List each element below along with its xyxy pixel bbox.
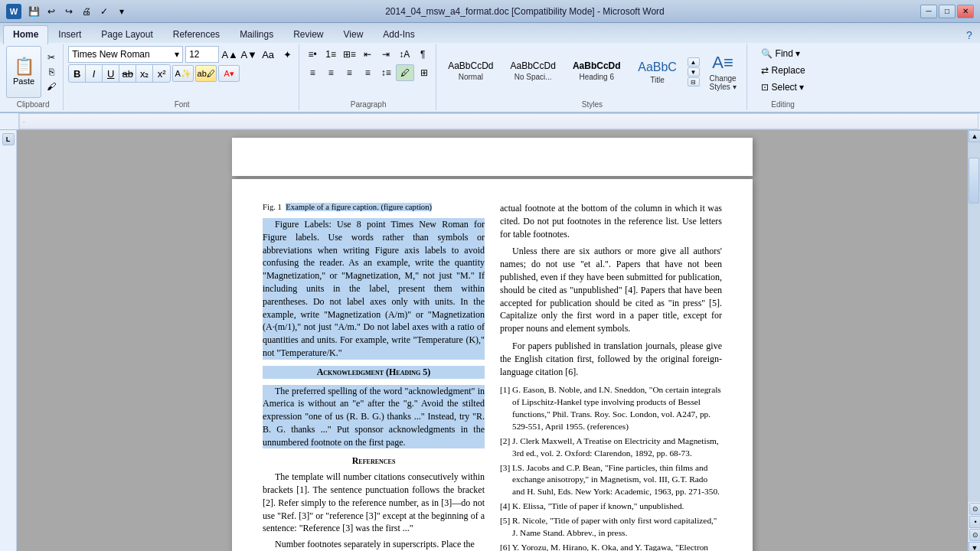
increase-font-button[interactable]: A▲: [221, 46, 238, 63]
clipboard-group-content: 📋 Paste ✂ ⎘ 🖌: [6, 46, 60, 98]
change-styles-button[interactable]: A≡ ChangeStyles ▾: [703, 49, 743, 95]
font-size-selector[interactable]: 12: [185, 46, 219, 63]
editing-group: 🔍 Find ▾ ⇄ Replace ⊡ Select ▾ Editing: [749, 44, 818, 110]
font-group: Times New Roman ▾ 12 A▲ A▼ Aa ✦ B I U: [65, 44, 299, 110]
strikethrough-button[interactable]: ab: [119, 65, 136, 82]
select-button[interactable]: ⊡ Select ▾: [756, 80, 811, 95]
maximize-button[interactable]: □: [939, 5, 956, 18]
references-intro: The template will number citations conse…: [263, 471, 485, 535]
superscript-button[interactable]: x²: [153, 65, 170, 82]
select-icon: ⊡: [761, 82, 769, 93]
close-button[interactable]: ✕: [957, 5, 974, 18]
select-browse-button[interactable]: •: [969, 516, 980, 528]
cut-button[interactable]: ✂: [43, 51, 60, 64]
justify-button[interactable]: ≡: [359, 64, 376, 81]
redo-button[interactable]: ↪: [61, 4, 77, 19]
bullets-button[interactable]: ≡•: [304, 46, 321, 63]
help-button[interactable]: ?: [962, 28, 977, 43]
align-center-button[interactable]: ≡: [322, 64, 339, 81]
minimize-button[interactable]: ─: [920, 5, 937, 18]
style-normal-label: Normal: [459, 73, 483, 81]
page-header-area: [232, 138, 753, 176]
save-button[interactable]: 💾: [26, 4, 41, 19]
style-no-spacing[interactable]: AaBbCcDd No Spaci...: [504, 57, 563, 88]
copy-button[interactable]: ⎘: [43, 65, 60, 79]
tab-page-layout[interactable]: Page Layout: [91, 25, 162, 43]
scroll-up-button[interactable]: ▲: [969, 130, 980, 142]
styles-gallery: AaBbCcDd Normal AaBbCcDd No Spaci... AaB…: [441, 46, 743, 98]
spellcheck-button[interactable]: ✓: [96, 4, 112, 19]
scroll-down-button[interactable]: ▼: [969, 542, 980, 551]
line-spacing-button[interactable]: ↕≡: [377, 64, 394, 81]
dropdown-button[interactable]: ▾: [114, 4, 129, 19]
tab-home[interactable]: Home: [3, 25, 48, 44]
window-controls: ─ □ ✕: [920, 5, 974, 18]
font-family-selector[interactable]: Times New Roman ▾: [68, 46, 183, 63]
style-gallery-items: AaBbCcDd Normal AaBbCcDd No Spaci... AaB…: [441, 57, 684, 88]
underline-button[interactable]: U: [103, 65, 119, 82]
style-scroll-down-button[interactable]: ▼: [688, 67, 700, 77]
font-color-button[interactable]: A▾: [218, 65, 240, 82]
decrease-font-button[interactable]: A▼: [240, 46, 257, 63]
decrease-indent-button[interactable]: ⇤: [359, 46, 376, 63]
replace-icon: ⇄: [761, 65, 769, 76]
document-area[interactable]: Fig. 1 Example of a figure caption. (fig…: [17, 130, 968, 551]
undo-button[interactable]: ↩: [44, 4, 59, 19]
tab-references[interactable]: References: [163, 25, 230, 43]
subscript-button[interactable]: x₂: [136, 65, 153, 82]
style-title-preview: AaBbC: [638, 60, 677, 74]
bold-button[interactable]: B: [69, 65, 86, 82]
numbering-button[interactable]: 1≡: [322, 46, 339, 63]
titlebar: W 💾 ↩ ↪ 🖨 ✓ ▾ 2014_04_msw_a4_format.doc …: [0, 0, 980, 23]
find-icon: 🔍: [761, 48, 773, 59]
tab-add-ins[interactable]: Add-Ins: [373, 25, 424, 43]
text-effects-button[interactable]: A✨: [172, 65, 194, 82]
browse-prev-button[interactable]: ⊙: [969, 503, 980, 515]
ref-5-text: R. Nicole, "Title of paper with only fir…: [512, 516, 717, 537]
style-scroll-buttons: ▲ ▼ ⊟: [688, 57, 700, 86]
format-painter-button[interactable]: 🖌: [43, 80, 60, 93]
ref-6: [6] Y. Yorozu, M. Hirano, K. Oka, and Y.…: [500, 542, 722, 551]
italic-button[interactable]: I: [86, 65, 103, 82]
style-title[interactable]: AaBbC Title: [631, 57, 684, 88]
tab-view[interactable]: View: [334, 25, 374, 43]
paragraph-group-label: Paragraph: [304, 98, 433, 109]
style-normal[interactable]: AaBbCcDd Normal: [441, 57, 500, 88]
ref-2-num: [2]: [500, 436, 510, 445]
replace-button[interactable]: ⇄ Replace: [756, 63, 811, 78]
ref-4-text: K. Elissa, "Title of paper if known," un…: [512, 501, 684, 510]
ref-4-num: [4]: [500, 501, 510, 510]
sort-button[interactable]: ↕A: [396, 46, 413, 63]
tab-review[interactable]: Review: [283, 25, 333, 43]
clipboard-group-label: Clipboard: [6, 98, 60, 109]
scroll-track[interactable]: [969, 142, 980, 502]
text-highlight-button[interactable]: ab🖊: [195, 65, 217, 82]
document-content: Fig. 1 Example of a figure caption. (fig…: [232, 179, 753, 551]
change-case-button[interactable]: Aa: [260, 46, 276, 63]
show-marks-button[interactable]: ¶: [414, 46, 431, 63]
clear-format-button[interactable]: ✦: [279, 46, 296, 63]
paragraph-row-2: ≡ ≡ ≡ ≡ ↕≡ 🖊 ⊞: [304, 64, 433, 81]
borders-button[interactable]: ⊞: [416, 64, 433, 81]
browse-next-button[interactable]: ⊙: [969, 529, 980, 541]
style-heading6[interactable]: AaBbCcDd Heading 6: [566, 57, 628, 88]
fig-label: Fig. 1 Example of a figure caption. (fig…: [263, 202, 485, 214]
style-more-button[interactable]: ⊟: [688, 77, 700, 86]
paste-button[interactable]: 📋 Paste: [6, 46, 41, 98]
increase-indent-button[interactable]: ⇥: [377, 46, 394, 63]
find-button[interactable]: 🔍 Find ▾: [756, 46, 811, 61]
style-scroll-up-button[interactable]: ▲: [688, 57, 700, 67]
tab-mailings[interactable]: Mailings: [230, 25, 283, 43]
shading-button[interactable]: 🖊: [396, 64, 414, 81]
align-right-button[interactable]: ≡: [341, 64, 358, 81]
scroll-thumb[interactable]: [969, 158, 979, 204]
print-button[interactable]: 🖨: [79, 4, 94, 19]
font-size-value: 12: [189, 49, 199, 60]
tab-insert[interactable]: Insert: [48, 25, 91, 43]
align-left-button[interactable]: ≡: [304, 64, 321, 81]
font-row-2: B I U ab x₂ x² A✨ ab🖊 A▾: [68, 64, 240, 83]
paragraph-row-1: ≡• 1≡ ⊞≡ ⇤ ⇥ ↕A ¶: [304, 46, 431, 63]
style-no-spacing-preview: AaBbCcDd: [511, 60, 556, 71]
multilevel-list-button[interactable]: ⊞≡: [341, 46, 358, 63]
font-family-dropdown-icon: ▾: [175, 49, 179, 60]
